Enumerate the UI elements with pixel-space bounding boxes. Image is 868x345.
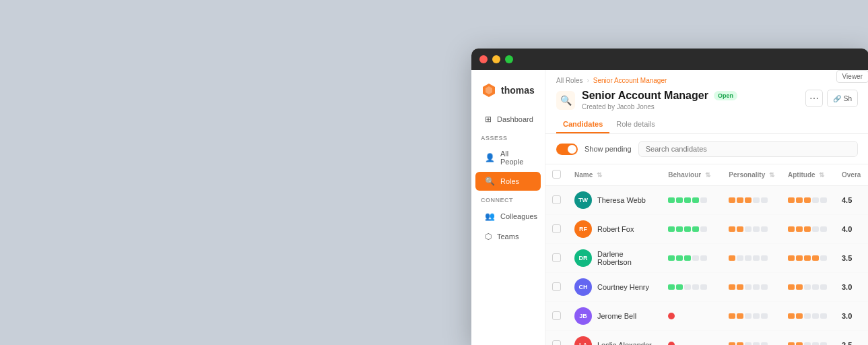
personality-seg-4	[761, 313, 768, 319]
sidebar: thomas ⊞ Dashboard ASSESS 👤 All People 🔍…	[471, 70, 545, 345]
aptitude-seg-4	[820, 255, 827, 261]
viewer-badge: Viewer	[836, 70, 868, 83]
overall-score-cell: 3.0	[835, 302, 868, 331]
avatar: LA	[574, 336, 592, 345]
behaviour-dot	[668, 313, 675, 319]
table-row: CHCourtney Henry3.0	[545, 273, 868, 302]
table-row: JBJerome Bell3.0	[545, 302, 868, 331]
candidate-name[interactable]: Jerome Bell	[597, 312, 636, 320]
th-behaviour[interactable]: Behaviour ⇅	[661, 164, 722, 186]
row-checkbox[interactable]	[552, 195, 561, 204]
role-actions: ⋯ 🔗 Sh	[805, 90, 858, 107]
row-checkbox[interactable]	[552, 224, 561, 233]
candidate-name[interactable]: Courtney Henry	[597, 283, 649, 291]
behaviour-seg-2	[684, 255, 691, 261]
aptitude-seg-1	[796, 255, 803, 261]
logo-text: thomas	[501, 85, 535, 96]
maximize-button[interactable]	[505, 55, 513, 63]
behaviour-seg-3	[692, 284, 699, 290]
personality-seg-2	[745, 255, 752, 261]
overall-score: 3.0	[842, 283, 852, 291]
th-personality[interactable]: Personality ⇅	[722, 164, 781, 186]
candidate-name[interactable]: Robert Fox	[597, 225, 634, 233]
tab-role-details[interactable]: Role details	[609, 116, 661, 133]
behaviour-cell	[661, 186, 722, 215]
role-search-icon: 🔍	[556, 91, 575, 110]
tab-candidates[interactable]: Candidates	[556, 116, 609, 133]
row-checkbox[interactable]	[552, 253, 561, 262]
row-checkbox[interactable]	[552, 340, 561, 346]
overall-score: 4.0	[842, 225, 852, 233]
aptitude-bar	[788, 342, 828, 345]
aptitude-cell	[781, 244, 835, 273]
personality-bar	[729, 284, 774, 290]
aptitude-seg-3	[812, 226, 819, 232]
aptitude-seg-4	[820, 226, 827, 232]
personality-seg-2	[745, 226, 752, 232]
personality-seg-3	[753, 197, 760, 203]
share-button[interactable]: 🔗 Sh	[827, 90, 858, 107]
personality-seg-3	[753, 313, 760, 319]
th-overall[interactable]: Overa	[835, 164, 868, 186]
personality-bar	[729, 226, 774, 232]
behaviour-bar	[668, 226, 715, 232]
browser-window: Viewer thomas ⊞ Dashboard ASSESS	[471, 49, 868, 345]
personality-seg-3	[753, 226, 760, 232]
titlebar	[471, 49, 868, 70]
aptitude-cell	[781, 302, 835, 331]
teams-icon: ⬡	[485, 232, 492, 241]
sidebar-item-dashboard-label: Dashboard	[497, 115, 533, 123]
breadcrumb-parent[interactable]: All Roles	[556, 77, 582, 84]
personality-seg-0	[729, 313, 735, 319]
th-name[interactable]: Name ⇅	[568, 164, 661, 186]
connect-section-label: CONNECT	[471, 191, 545, 206]
candidates-table: Name ⇅ Behaviour ⇅ Personality ⇅ Aptitud…	[545, 164, 868, 345]
personality-seg-2	[745, 284, 752, 290]
personality-cell	[722, 186, 781, 215]
thomas-logo-icon	[481, 82, 497, 98]
table-row: TWTheresa Webb4.5	[545, 186, 868, 215]
candidate-name-cell: LALeslie Alexander	[568, 331, 661, 346]
behaviour-bar	[668, 255, 715, 261]
aptitude-seg-2	[804, 342, 811, 345]
aptitude-seg-2	[804, 226, 811, 232]
behaviour-bar	[668, 342, 715, 345]
personality-sort-icon: ⇅	[769, 171, 774, 179]
close-button[interactable]	[479, 55, 488, 63]
aptitude-seg-0	[788, 313, 795, 319]
candidate-name-cell: DRDarlene Robertson	[568, 244, 661, 273]
sidebar-item-roles-label: Roles	[500, 177, 519, 185]
behaviour-seg-0	[668, 197, 675, 203]
candidate-name[interactable]: Darlene Robertson	[597, 250, 655, 266]
sidebar-item-colleagues[interactable]: 👥 Colleagues	[475, 207, 541, 226]
assess-section-label: ASSESS	[471, 129, 545, 144]
overall-score: 3.5	[842, 254, 852, 262]
personality-seg-0	[729, 197, 735, 203]
select-all-checkbox[interactable]	[552, 170, 561, 179]
th-aptitude[interactable]: Aptitude ⇅	[781, 164, 835, 186]
behaviour-seg-3	[692, 226, 699, 232]
sidebar-item-dashboard[interactable]: ⊞ Dashboard	[475, 110, 541, 129]
minimize-button[interactable]	[492, 55, 500, 63]
candidate-name[interactable]: Theresa Webb	[597, 196, 646, 204]
personality-seg-2	[745, 342, 752, 345]
personality-seg-2	[745, 197, 752, 203]
search-input[interactable]	[638, 141, 858, 157]
sidebar-item-roles[interactable]: 🔍 Roles	[475, 172, 541, 191]
aptitude-seg-2	[804, 313, 811, 319]
personality-seg-0	[729, 255, 735, 261]
show-pending-toggle[interactable]	[556, 144, 578, 155]
row-checkbox[interactable]	[552, 311, 561, 320]
more-options-button[interactable]: ⋯	[805, 90, 823, 107]
aptitude-seg-4	[820, 197, 827, 203]
sidebar-item-all-people[interactable]: 👤 All People	[475, 145, 541, 170]
overall-score-cell: 4.5	[835, 186, 868, 215]
aptitude-seg-1	[796, 226, 803, 232]
personality-bar	[729, 313, 774, 319]
all-people-icon: 👤	[485, 153, 495, 162]
candidate-name[interactable]: Leslie Alexander	[597, 341, 652, 345]
avatar: RF	[574, 220, 592, 238]
row-checkbox[interactable]	[552, 282, 561, 291]
role-header: 🔍 Senior Account Manager Open Created by…	[556, 90, 858, 111]
sidebar-item-teams[interactable]: ⬡ Teams	[475, 227, 541, 246]
